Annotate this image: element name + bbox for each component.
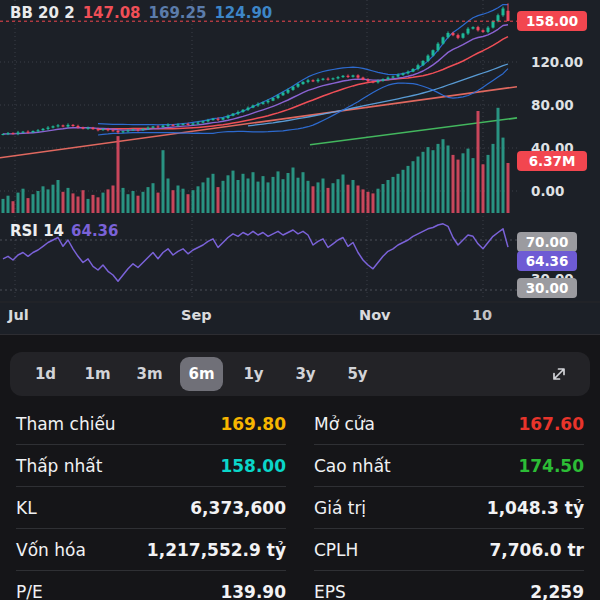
price-chart-panel[interactable]: BB 20 2 147.08 169.25 124.90 120.00 80.0… <box>0 0 600 335</box>
stat-row-mo-cua: Mở cửa 167.60 <box>314 403 584 445</box>
rsi-indicator-label: RSI 14 <box>10 222 64 240</box>
stat-value: 139.90 <box>220 582 286 600</box>
timeframe-3y[interactable]: 3y <box>284 357 327 391</box>
stat-row-tham-chieu: Tham chiếu 169.80 <box>16 403 286 445</box>
stat-row-pe: P/E 139.90 <box>16 571 286 600</box>
price-axis-tick-80: 80.00 <box>531 97 574 113</box>
time-axis-label-nov: Nov <box>359 307 391 323</box>
bb-indicator-label: BB 20 2 <box>10 4 75 22</box>
stat-row-eps: EPS 2,259 <box>314 571 584 600</box>
timeframe-1m[interactable]: 1m <box>76 357 119 391</box>
stat-value: 1,048.3 tỷ <box>487 498 584 518</box>
price-axis-tick-0: 0.00 <box>531 183 564 199</box>
bb-lower-value: 124.90 <box>214 4 272 22</box>
stat-value: 167.60 <box>518 414 584 434</box>
bb-upper-value: 169.25 <box>149 4 207 22</box>
last-price-badge: 158.00 <box>517 11 587 31</box>
expand-arrows-icon <box>549 364 569 384</box>
stock-detail-screen: BB 20 2 147.08 169.25 124.90 120.00 80.0… <box>0 0 600 600</box>
stat-row-kl: KL 6,373,600 <box>16 487 286 529</box>
stat-label: Mở cửa <box>314 414 375 434</box>
stat-value: 6,373,600 <box>190 498 286 518</box>
stat-label: KL <box>16 498 37 518</box>
timeframe-selector: 1d 1m 3m 6m 1y 3y 5y <box>10 352 590 396</box>
price-chart-canvas[interactable] <box>0 0 600 335</box>
rsi-current-value: 64.36 <box>71 222 118 240</box>
stat-label: P/E <box>16 582 43 600</box>
stat-value: 174.50 <box>518 456 584 476</box>
stat-row-cplh: CPLH 7,706.0 tr <box>314 529 584 571</box>
stat-label: CPLH <box>314 540 358 560</box>
stat-row-gia-tri: Giá trị 1,048.3 tỷ <box>314 487 584 529</box>
timeframe-6m-selected[interactable]: 6m <box>180 357 223 391</box>
timeframe-1d[interactable]: 1d <box>24 357 67 391</box>
stat-row-thap-nhat: Thấp nhất 158.00 <box>16 445 286 487</box>
stock-stats-table: Tham chiếu 169.80 Mở cửa 167.60 Thấp nhấ… <box>0 403 600 600</box>
stat-value: 2,259 <box>530 582 584 600</box>
time-axis-label-jul: Jul <box>8 307 29 323</box>
stat-label: Thấp nhất <box>16 456 102 476</box>
time-axis-label-sep: Sep <box>181 307 212 323</box>
stat-value: 169.80 <box>220 414 286 434</box>
stat-label: EPS <box>314 582 346 600</box>
timeframe-5y[interactable]: 5y <box>336 357 379 391</box>
stat-value: 1,217,552.9 tỷ <box>147 540 286 560</box>
stat-value: 7,706.0 tr <box>490 540 585 560</box>
expand-chart-button[interactable] <box>542 357 576 391</box>
stat-label: Tham chiếu <box>16 414 116 434</box>
bb-indicator-header: BB 20 2 147.08 169.25 124.90 <box>10 4 272 22</box>
stat-label: Cao nhất <box>314 456 391 476</box>
rsi-value-badge: 64.36 <box>517 251 577 271</box>
timeframe-3m[interactable]: 3m <box>128 357 171 391</box>
stat-row-cao-nhat: Cao nhất 174.50 <box>314 445 584 487</box>
stat-value: 158.00 <box>220 456 286 476</box>
last-volume-badge: 6.37M <box>517 151 587 171</box>
price-axis-tick-120: 120.00 <box>531 54 583 70</box>
rsi-upper-level-badge: 70.00 <box>517 232 577 252</box>
rsi-lower-level-badge: 30.00 <box>517 278 577 298</box>
stat-row-von-hoa: Vốn hóa 1,217,552.9 tỷ <box>16 529 286 571</box>
timeframe-1y[interactable]: 1y <box>232 357 275 391</box>
stat-label: Vốn hóa <box>16 540 86 560</box>
bb-basis-value: 147.08 <box>83 4 141 22</box>
time-axis-label-10: 10 <box>472 307 492 323</box>
rsi-indicator-header: RSI 14 64.36 <box>10 222 118 240</box>
stat-label: Giá trị <box>314 498 366 518</box>
